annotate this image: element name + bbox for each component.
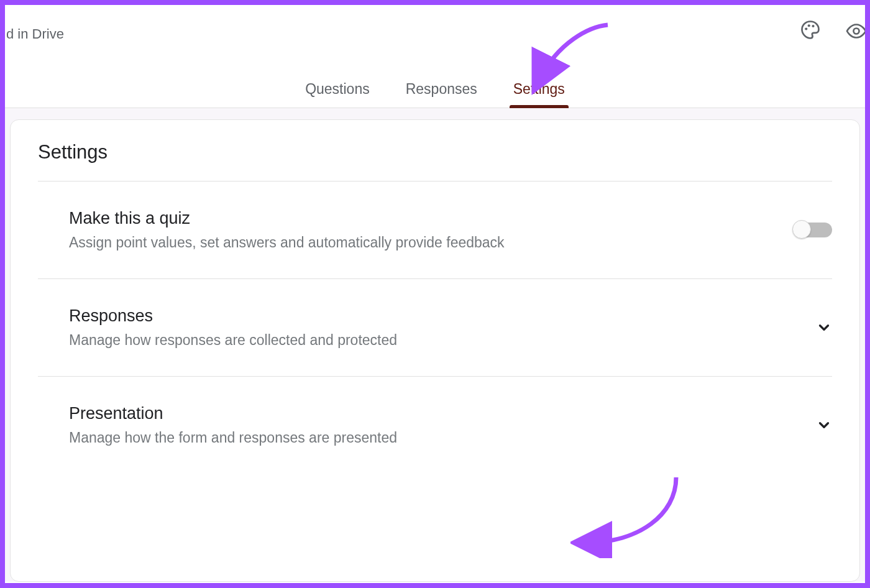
svg-point-2 <box>812 25 814 27</box>
tab-settings[interactable]: Settings <box>510 75 569 108</box>
expand-responses-button[interactable] <box>816 319 832 336</box>
tab-responses[interactable]: Responses <box>402 75 481 108</box>
section-quiz-desc: Assign point values, set answers and aut… <box>69 234 779 251</box>
toggle-knob <box>792 220 811 239</box>
section-presentation-text: Presentation Manage how the form and res… <box>69 404 801 446</box>
top-bar: d in Drive <box>5 5 865 42</box>
chevron-down-icon <box>816 319 832 336</box>
section-quiz-title: Make this a quiz <box>69 209 779 228</box>
section-responses[interactable]: Responses Manage how responses are colle… <box>38 279 832 376</box>
palette-icon <box>799 19 822 41</box>
svg-point-1 <box>808 24 810 27</box>
preview-button[interactable] <box>845 20 868 42</box>
section-presentation[interactable]: Presentation Manage how the form and res… <box>38 377 832 474</box>
section-presentation-desc: Manage how the form and responses are pr… <box>69 430 801 446</box>
section-quiz-text: Make this a quiz Assign point values, se… <box>69 209 779 251</box>
expand-presentation-button[interactable] <box>816 417 832 433</box>
section-quiz: Make this a quiz Assign point values, se… <box>38 181 832 278</box>
section-responses-text: Responses Manage how responses are colle… <box>69 306 801 349</box>
section-responses-title: Responses <box>69 306 801 326</box>
quiz-toggle[interactable] <box>794 223 832 237</box>
section-responses-desc: Manage how responses are collected and p… <box>69 332 801 349</box>
settings-card: Settings Make this a quiz Assign point v… <box>10 119 860 582</box>
section-presentation-title: Presentation <box>69 404 801 423</box>
eye-icon <box>845 20 868 42</box>
tab-questions[interactable]: Questions <box>301 75 373 108</box>
svg-point-0 <box>805 27 807 30</box>
svg-point-3 <box>854 29 859 34</box>
chevron-down-icon <box>816 417 832 433</box>
customize-theme-button[interactable] <box>799 19 822 41</box>
settings-title: Settings <box>38 141 832 163</box>
saved-in-drive-text: d in Drive <box>6 26 64 42</box>
page-body: Settings Make this a quiz Assign point v… <box>5 108 865 582</box>
tabs-bar: Questions Responses Settings <box>5 75 865 108</box>
